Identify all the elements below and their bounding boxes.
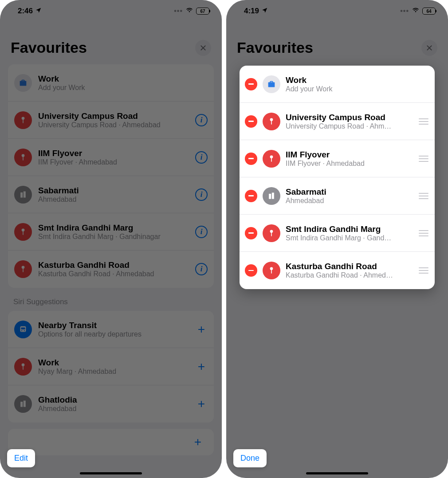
- svg-rect-4: [20, 192, 23, 198]
- row-text: IIM FlyoverIIM Flyover · Ahmedabad: [38, 149, 189, 166]
- list-item[interactable]: SabarmatiAhmedabadi: [8, 176, 214, 213]
- list-item[interactable]: SabarmatiAhmedabad: [240, 177, 435, 215]
- row-subtitle: Ahmedabad: [286, 197, 413, 205]
- pin-icon: [263, 150, 280, 168]
- drag-handle-icon[interactable]: [418, 156, 429, 162]
- delete-button[interactable]: [245, 264, 257, 277]
- svg-rect-16: [20, 402, 23, 407]
- close-button[interactable]: [421, 40, 437, 56]
- delete-button[interactable]: [245, 78, 257, 90]
- edit-button[interactable]: Edit: [7, 449, 35, 467]
- delete-button[interactable]: [245, 227, 257, 239]
- home-indicator[interactable]: [306, 472, 368, 474]
- row-text: University Campus RoadUniversity Campus …: [286, 113, 413, 130]
- row-title: Smt Indira Gandhi Marg: [286, 224, 413, 234]
- drag-handle-icon[interactable]: [418, 193, 429, 199]
- status-bar: 4:19 ••• 64: [226, 0, 448, 22]
- list-item[interactable]: Smt Indira Gandhi MargSmt Indira Gandhi …: [8, 213, 214, 251]
- row-title: University Campus Road: [286, 113, 413, 122]
- row-text: Nearby TransitOptions for all nearby dep…: [38, 321, 189, 338]
- list-item[interactable]: Kasturba Gandhi RoadKasturba Gandhi Road…: [240, 252, 435, 289]
- row-subtitle: Nyay Marg · Ahmedabad: [38, 368, 189, 376]
- row-subtitle: IIM Flyover · Ahmedabad: [38, 158, 189, 166]
- building-icon: [263, 187, 280, 205]
- wifi-icon: [412, 7, 420, 16]
- row-text: SabarmatiAhmedabad: [38, 186, 189, 204]
- list-item[interactable]: Nearby TransitOptions for all nearby dep…: [8, 311, 214, 348]
- row-subtitle: Add your Work: [38, 84, 208, 92]
- svg-rect-25: [271, 232, 272, 236]
- svg-rect-23: [272, 192, 274, 199]
- list-item[interactable]: IIM FlyoverIIM Flyover · Ahmedabad: [240, 140, 435, 177]
- row-subtitle: Kasturba Gandhi Road · Ahmedabad: [38, 270, 189, 278]
- list-item[interactable]: WorkAdd your Work: [240, 66, 435, 103]
- info-button[interactable]: i: [195, 151, 208, 164]
- row-title: Work: [38, 74, 208, 84]
- drag-handle-icon[interactable]: [418, 230, 429, 236]
- drag-handle-icon[interactable]: [418, 267, 429, 274]
- transit-icon: [14, 321, 32, 338]
- done-button[interactable]: Done: [233, 449, 267, 467]
- list-item[interactable]: Kasturba Gandhi RoadKasturba Gandhi Road…: [8, 251, 214, 288]
- briefcase-icon: [14, 74, 32, 92]
- list-item[interactable]: WorkAdd your Work: [8, 64, 214, 102]
- svg-rect-15: [23, 365, 24, 369]
- svg-rect-19: [271, 120, 272, 124]
- row-title: Sabarmati: [38, 186, 189, 196]
- suggestions-list: Nearby TransitOptions for all nearby dep…: [8, 311, 214, 423]
- list-item[interactable]: GhatlodiaAhmedabad+: [8, 385, 214, 423]
- info-button[interactable]: i: [195, 114, 208, 126]
- status-time: 4:19: [244, 7, 259, 16]
- pin-icon: [14, 111, 32, 129]
- status-bar: 2:46 ••• 67: [0, 0, 222, 22]
- svg-rect-17: [24, 401, 26, 407]
- page-title: Favourites: [11, 39, 87, 56]
- info-button[interactable]: i: [195, 263, 208, 275]
- row-text: WorkAdd your Work: [38, 74, 208, 92]
- list-item[interactable]: Smt Indira Gandhi MargSmt Indira Gandhi …: [240, 215, 435, 252]
- row-title: Ghatlodia: [38, 395, 189, 405]
- list-item[interactable]: University Campus RoadUniversity Campus …: [240, 103, 435, 140]
- row-text: WorkAdd your Work: [286, 75, 429, 93]
- row-title: IIM Flyover: [286, 150, 413, 160]
- svg-point-12: [24, 330, 25, 331]
- info-button[interactable]: i: [195, 226, 208, 238]
- svg-rect-7: [23, 231, 24, 235]
- home-indicator[interactable]: [80, 472, 142, 474]
- favourites-edit-list: WorkAdd your WorkUniversity Campus RoadU…: [240, 66, 435, 289]
- svg-rect-1: [23, 119, 24, 123]
- pin-icon: [14, 260, 32, 278]
- row-subtitle: Kasturba Gandhi Road · Ahmed…: [286, 271, 413, 279]
- list-item[interactable]: WorkNyay Marg · Ahmedabad+: [8, 348, 214, 385]
- add-button[interactable]: +: [195, 322, 208, 337]
- pin-icon: [263, 113, 280, 130]
- add-button[interactable]: +: [195, 360, 208, 374]
- favourites-sheet: Favourites WorkAdd your WorkUniversity C…: [2, 27, 220, 478]
- delete-button[interactable]: [245, 153, 257, 165]
- row-subtitle: Smt Indira Gandhi Marg · Gandhinagar: [38, 233, 189, 241]
- plus-icon[interactable]: +: [192, 435, 204, 449]
- pin-icon: [263, 224, 280, 242]
- delete-button[interactable]: [245, 115, 257, 128]
- row-subtitle: IIM Flyover · Ahmedabad: [286, 160, 413, 168]
- list-item[interactable]: IIM FlyoverIIM Flyover · Ahmedabadi: [8, 139, 214, 176]
- siri-section-label: Siri Suggestions: [2, 288, 220, 311]
- location-icon: [262, 7, 268, 16]
- add-favourite-row[interactable]: +: [8, 429, 214, 455]
- drag-handle-icon[interactable]: [418, 118, 429, 125]
- svg-rect-5: [24, 191, 26, 197]
- svg-rect-22: [269, 194, 271, 199]
- svg-rect-3: [23, 156, 24, 160]
- delete-button[interactable]: [245, 190, 257, 202]
- add-button[interactable]: +: [195, 397, 208, 411]
- row-subtitle: Ahmedabad: [38, 405, 189, 413]
- list-item[interactable]: University Campus RoadUniversity Campus …: [8, 102, 214, 139]
- svg-rect-13: [21, 327, 25, 329]
- row-title: Smt Indira Gandhi Marg: [38, 223, 189, 233]
- close-button[interactable]: [195, 40, 211, 56]
- row-title: Nearby Transit: [38, 321, 189, 330]
- phone-right: 4:19 ••• 64 Favourites WorkAdd your Work…: [226, 0, 448, 478]
- row-text: SabarmatiAhmedabad: [286, 187, 413, 205]
- info-button[interactable]: i: [195, 188, 208, 201]
- row-subtitle: Add your Work: [286, 85, 429, 93]
